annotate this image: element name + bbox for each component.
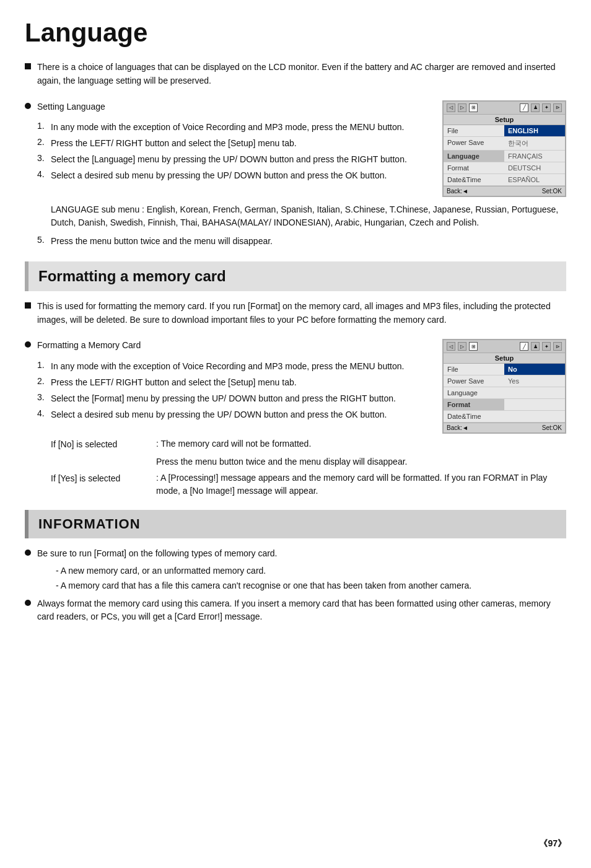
step-1: 1. In any mode with the exception of Voi… [37,121,430,134]
language-camera-ui: ◁ ▷ ⊞ ╱ ♟ ✦ ⊳ Setup File ENGLISH [442,100,566,197]
footer-set: Set:OK [542,188,562,195]
camera-ui-row-file: File ENGLISH [444,125,565,137]
fmt-mode-icon-7: ⊳ [553,342,562,351]
if-yes-label: If [Yes] is selected [51,471,156,498]
formatting-steps-text: Formatting a Memory Card 1. In any mode … [25,339,430,424]
camera-ui-title-lang: Setup [444,115,565,125]
formatting-camera-ui: ◁ ▷ ⊞ ╱ ♟ ✦ ⊳ Setup File No [442,339,566,434]
formatting-steps-row: Formatting a Memory Card 1. In any mode … [25,339,566,434]
if-yes-line: If [Yes] is selected : A [Processing!] m… [51,471,566,498]
bullet-square-fmt-icon [25,302,31,309]
bullet-circle-fmt-icon [25,341,31,348]
camera-ui-footer-fmt: Back:◄ Set:OK [444,423,565,432]
mode-icon-6: ✦ [542,103,551,112]
formatting-section-heading: Formatting a memory card [25,261,566,291]
fmt-mode-icon-6: ✦ [542,342,551,351]
fmt-camera-ui-row-datetime: Date&Time [444,411,565,423]
if-no-text2: Press the menu button twice and the menu… [156,455,566,468]
fmt-mode-icon-1: ◁ [447,342,455,351]
camera-ui-language: ◁ ▷ ⊞ ╱ ♟ ✦ ⊳ Setup File ENGLISH [442,100,566,197]
fmt-mode-icon-2: ▷ [458,342,466,351]
camera-ui-row-language: Language FRANÇAIS [444,151,565,162]
setting-language-row: Setting Language 1. In any mode with the… [25,100,566,197]
camera-ui-label-language: Language [444,151,504,162]
fmt-camera-ui-label-language: Language [444,387,504,398]
camera-ui-row-powersave: Power Save 한국어 [444,137,565,151]
camera-ui-topbar-fmt: ◁ ▷ ⊞ ╱ ♟ ✦ ⊳ [444,340,565,353]
step-4: 4. Select a desired sub menu by pressing… [37,169,430,182]
step4-note-block: LANGUAGE sub menu : English, Korean, Fre… [51,203,566,230]
mode-icon-7: ⊳ [553,103,562,112]
fmt-camera-ui-value-no: No [504,364,565,375]
language-intro-text: There is a choice of languages that can … [37,61,566,87]
camera-ui-value-english: ENGLISH [504,125,565,136]
format-conditions: If [No] is selected : The memory card wi… [51,437,566,498]
bullet-circle-icon [25,103,31,109]
info-bullet-2-icon [25,600,31,606]
camera-ui-row-format: Format DEUTSCH [444,162,565,174]
mode-icon-2: ▷ [458,103,466,112]
camera-ui-footer-lang: Back:◄ Set:OK [444,186,565,196]
camera-ui-value-espanol: ESPAÑOL [504,174,565,185]
fmt-camera-ui-row-language: Language [444,387,565,399]
fmt-camera-ui-row-format: Format [444,399,565,411]
camera-ui-value-deutsch: DEUTSCH [504,162,565,173]
camera-ui-value-korean: 한국어 [504,137,565,150]
camera-ui-format: ◁ ▷ ⊞ ╱ ♟ ✦ ⊳ Setup File No [442,339,566,434]
fmt-footer-back: Back:◄ [447,424,468,431]
formatting-intro-section: This is used for formatting the memory c… [25,300,566,330]
setting-language-steps: 1. In any mode with the exception of Voi… [37,121,430,182]
fmt-camera-ui-label-powersave: Power Save [444,375,504,387]
formatting-intro-text: This is used for formatting the memory c… [37,300,566,327]
camera-ui-label-powersave: Power Save [444,137,504,150]
fmt-mode-icon-3: ⊞ [469,342,478,351]
information-heading: INFORMATION [25,510,566,538]
camera-ui-label-file: File [444,125,504,136]
camera-ui-title-fmt: Setup [444,353,565,364]
fmt-camera-ui-row-powersave: Power Save Yes [444,375,565,387]
if-no-line: If [No] is selected : The memory card wi… [51,437,566,451]
if-no-text1: : The memory card will not be formatted. [156,437,566,451]
fmt-step-3: 3. Select the [Format] menu by pressing … [37,392,430,405]
info-bullet-1-icon [25,550,31,556]
page-title: Language [25,19,566,47]
fmt-step-4: 4. Select a desired sub menu by pressing… [37,408,430,421]
fmt-camera-ui-label-file: File [444,364,504,375]
fmt-camera-ui-label-datetime: Date&Time [444,411,504,422]
fmt-mode-icon-4: ╱ [520,342,528,351]
fmt-step-1: 1. In any mode with the exception of Voi… [37,360,430,373]
step-2: 2. Press the LEFT/ RIGHT button and sele… [37,137,430,150]
if-yes-text: : A [Processing!] message appears and th… [156,471,566,498]
fmt-footer-set: Set:OK [542,424,562,431]
fmt-camera-ui-label-format: Format [444,399,504,410]
fmt-camera-ui-value-datetime [504,411,565,422]
fmt-camera-ui-row-file: File No [444,364,565,375]
step4-note: LANGUAGE sub menu : English, Korean, Fre… [51,203,566,230]
setting-language-text: Setting Language 1. In any mode with the… [25,100,430,186]
fmt-step-2: 2. Press the LEFT/ RIGHT button and sele… [37,376,430,389]
step5-block: 5. Press the menu button twice and the m… [37,235,566,248]
step-3: 3. Select the [Language] menu by pressin… [37,153,430,166]
mode-icon-1: ◁ [447,103,455,112]
fmt-camera-ui-value-lang [504,387,565,398]
camera-ui-row-datetime: Date&Time ESPAÑOL [444,174,565,186]
camera-ui-label-format: Format [444,162,504,173]
camera-ui-label-datetime: Date&Time [444,174,504,185]
mode-icon-4: ╱ [520,103,528,112]
formatting-steps: 1. In any mode with the exception of Voi… [37,360,430,421]
fmt-camera-ui-value-format [504,399,565,410]
camera-ui-topbar: ◁ ▷ ⊞ ╱ ♟ ✦ ⊳ [444,102,565,115]
camera-ui-value-francais: FRANÇAIS [504,151,565,162]
information-bullets: Be sure to run [Format] on the following… [25,547,566,628]
fmt-camera-ui-value-yes: Yes [504,375,565,387]
if-no-label: If [No] is selected [51,437,156,451]
info-bullet-1-text: Be sure to run [Format] on the following… [37,547,471,561]
mode-icon-3: ⊞ [469,103,478,112]
footer-back: Back:◄ [447,188,468,195]
info-sub-dash-2: - A memory card that has a file this cam… [56,579,471,592]
mode-icon-5: ♟ [531,103,540,112]
fmt-mode-icon-5: ♟ [531,342,540,351]
info-sub-dash-1: - A new memory card, or an unformatted m… [56,564,471,577]
step-5: 5. Press the menu button twice and the m… [37,235,566,248]
setting-language-label: Setting Language [37,100,105,114]
